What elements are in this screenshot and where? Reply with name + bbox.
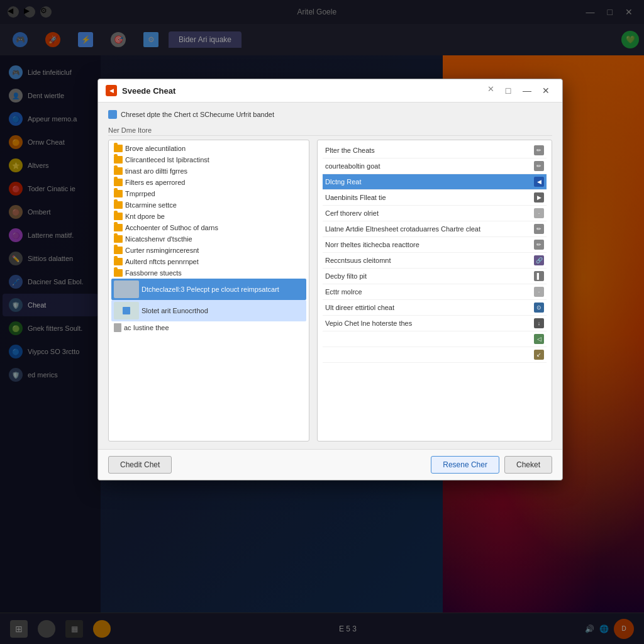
modal-center-button[interactable]: Resene Cher xyxy=(431,456,499,474)
modal-checkbox[interactable] xyxy=(108,110,117,119)
detail-item-8[interactable]: Decby filto pit ▌ xyxy=(323,269,547,284)
detail-icon-0[interactable]: ✏ xyxy=(534,145,544,155)
detail-item-10[interactable]: Ult direer ettirtiol cheat ⊙ xyxy=(323,300,547,316)
modal-right-col[interactable]: Plter the Cheats ✏ courteaboltin goat ✏ … xyxy=(317,140,552,441)
detail-item-2[interactable]: Dlctng Reat ◀ xyxy=(323,174,547,190)
detail-item-4[interactable]: Cerf thorerv olriet · xyxy=(323,206,547,221)
file-icon-14 xyxy=(114,323,121,332)
modal-left-button[interactable]: Chedit Chet xyxy=(108,456,172,474)
detail-icon-4[interactable]: · xyxy=(534,208,544,218)
tree-thumbnail-12 xyxy=(114,280,139,298)
folder-icon-9 xyxy=(114,247,123,254)
folder-icon-11 xyxy=(114,269,123,277)
detail-item-12[interactable]: ◁ xyxy=(323,331,547,347)
tree-item-6[interactable]: Knt dpore be xyxy=(111,211,306,222)
modal-left-col[interactable]: Brove alecuntilation Clircantleced lst I… xyxy=(108,140,309,441)
modal-description: Chreset dpte the Chert ct SChecume Urfri… xyxy=(108,110,552,119)
tree-item-12[interactable]: Dtcheclazell:3 Pelecpt pe clouct reimpsa… xyxy=(111,279,306,300)
folder-icon-5 xyxy=(114,201,123,209)
detail-item-1[interactable]: courteaboltin goat ✏ xyxy=(323,158,547,174)
modal-body: Chreset dpte the Chert ct SChecume Urfri… xyxy=(98,103,562,449)
detail-icon-13[interactable]: ↙ xyxy=(534,350,544,360)
tree-item-9[interactable]: Curter nsmingirnceresnt xyxy=(111,245,306,256)
modal-titlebar: ◀ Sveede Cheat ✕ □ — ✕ xyxy=(98,79,562,103)
folder-icon-2 xyxy=(114,167,123,175)
folder-icon-7 xyxy=(114,224,123,231)
tree-item-13[interactable]: Slotet arit Eunocrthod xyxy=(111,300,306,321)
modal-title-controls: ✕ □ — ✕ xyxy=(484,84,555,97)
detail-item-3[interactable]: Uaenbinits Flleat tie ▶ xyxy=(323,190,547,206)
detail-icon-8[interactable]: ▌ xyxy=(534,271,544,281)
folder-icon-8 xyxy=(114,235,123,243)
folder-icon-6 xyxy=(114,213,123,220)
tree-item-0[interactable]: Brove alecuntilation xyxy=(111,143,306,154)
folder-icon-0 xyxy=(114,145,123,152)
detail-item-5[interactable]: Llatne Artdie Eltnesheet crotaduarres Ch… xyxy=(323,221,547,237)
modal-section-label: Ner Dme Itore xyxy=(108,126,552,136)
detail-icon-2[interactable]: ◀ xyxy=(534,177,544,187)
tree-thumbnail-13 xyxy=(114,302,139,319)
detail-icon-12[interactable]: ◁ xyxy=(534,334,544,344)
tree-item-2[interactable]: tinast aro diltti fgrres xyxy=(111,165,306,177)
tree-item-4[interactable]: Tmprrped xyxy=(111,188,306,199)
modal-minimize-button[interactable]: □ xyxy=(499,84,517,97)
detail-item-7[interactable]: Reccntsuus cleitomnt 🔗 xyxy=(323,253,547,269)
tree-item-7[interactable]: Acchoenter of Suthoc of darns xyxy=(111,222,306,233)
detail-icon-6[interactable]: ✏ xyxy=(534,240,544,250)
tree-item-10[interactable]: Aulterd nftcts pennrnpet xyxy=(111,256,306,267)
tree-item-14[interactable]: ac Iustine thee xyxy=(111,321,306,334)
modal-dialog: ◀ Sveede Cheat ✕ □ — ✕ Chreset dpte the … xyxy=(97,79,563,480)
detail-icon-7[interactable]: 🔗 xyxy=(534,255,544,265)
modal-columns: Brove alecuntilation Clircantleced lst I… xyxy=(108,140,552,441)
tree-item-5[interactable]: Btcarmine settce xyxy=(111,199,306,211)
modal-title-text: Sveede Cheat xyxy=(122,86,479,96)
detail-icon-1[interactable]: ✏ xyxy=(534,161,544,171)
detail-item-6[interactable]: Norr theltes itichecba reacttore ✏ xyxy=(323,237,547,253)
detail-item-13[interactable]: ↙ xyxy=(323,347,547,363)
folder-icon-1 xyxy=(114,156,123,164)
tree-item-11[interactable]: Fassborne stuects xyxy=(111,267,306,279)
modal-right-button[interactable]: Cheket xyxy=(504,456,552,474)
detail-item-9[interactable]: Ecttr molrce · xyxy=(323,284,547,300)
detail-icon-5[interactable]: ✏ xyxy=(534,224,544,234)
folder-icon-3 xyxy=(114,179,123,186)
folder-icon-4 xyxy=(114,190,123,197)
detail-item-0[interactable]: Plter the Cheats ✏ xyxy=(323,143,547,158)
detail-icon-11[interactable]: ↓ xyxy=(534,318,544,328)
tree-item-1[interactable]: Clircantleced lst Ipibractinst xyxy=(111,154,306,165)
detail-icon-3[interactable]: ▶ xyxy=(534,192,544,203)
modal-footer: Chedit Chet Resene Cher Cheket xyxy=(98,449,562,480)
detail-icon-9[interactable]: · xyxy=(534,287,544,297)
detail-item-11[interactable]: Vepio Chet lne hoterste thes ↓ xyxy=(323,316,547,331)
detail-icon-10[interactable]: ⊙ xyxy=(534,303,544,313)
modal-maximize-button[interactable]: — xyxy=(518,84,536,97)
modal-close-button[interactable]: ✕ xyxy=(537,84,555,97)
tree-item-3[interactable]: Filters es aperrored xyxy=(111,177,306,188)
folder-icon-10 xyxy=(114,258,123,265)
modal-close-x-icon[interactable]: ✕ xyxy=(484,84,498,97)
tree-item-8[interactable]: Nicatcshenvr d'tscthie xyxy=(111,233,306,245)
modal-title-icon: ◀ xyxy=(106,85,117,96)
